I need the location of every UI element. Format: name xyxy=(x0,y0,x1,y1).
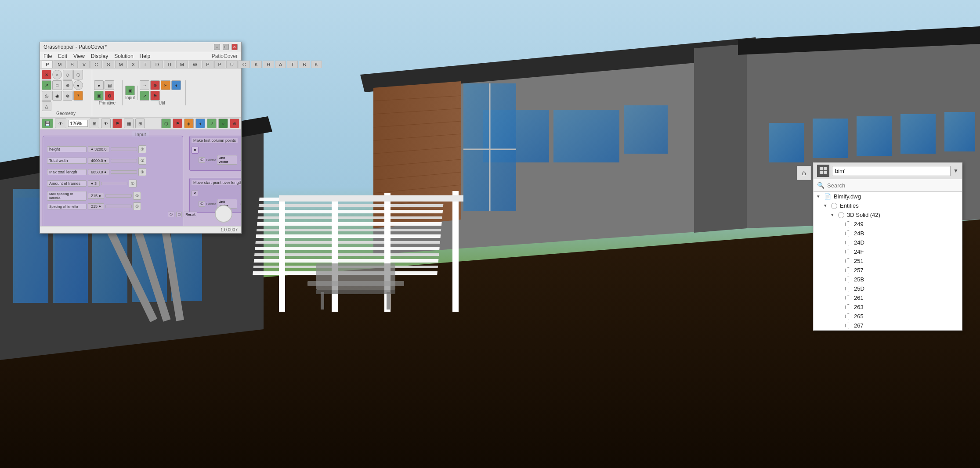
tab-c2[interactable]: C xyxy=(239,61,250,68)
solid3d-item[interactable]: ▾ 3D Solid (42) xyxy=(814,210,962,220)
tab-k2[interactable]: K xyxy=(311,61,322,68)
menu-help[interactable]: Help xyxy=(140,53,151,59)
item-267[interactable]: 267 xyxy=(814,321,962,330)
tab-w[interactable]: W xyxy=(189,61,201,68)
unit-vector-node[interactable]: Unit vector xyxy=(217,155,237,165)
home-icon-button[interactable]: ⌂ xyxy=(797,166,811,180)
item-25d[interactable]: 25D xyxy=(814,284,962,293)
tool-btn-10[interactable]: ◉ xyxy=(52,91,62,101)
util-btn-4[interactable]: ♦ xyxy=(171,80,181,90)
tab-x[interactable]: X xyxy=(128,61,139,68)
tab-d2[interactable]: D xyxy=(164,61,175,68)
tab-t2[interactable]: T xyxy=(287,61,298,68)
tool-btn-12[interactable]: 7 xyxy=(73,91,83,101)
tool-btn-1[interactable]: ✕ xyxy=(42,70,51,79)
menu-file[interactable]: File xyxy=(43,53,52,59)
item-24f[interactable]: 24F xyxy=(814,247,962,256)
tab-s[interactable]: S xyxy=(67,61,78,68)
menu-display[interactable]: Display xyxy=(91,53,108,59)
item-263[interactable]: 263 xyxy=(814,302,962,312)
height-slider[interactable]: height ● 3200.0 ① xyxy=(47,145,146,153)
input-btn-1[interactable]: ▣ xyxy=(125,86,135,95)
tab-p3[interactable]: P xyxy=(214,61,225,68)
gh-btn-b[interactable]: ⚑ xyxy=(173,119,182,128)
gh-btn-c[interactable]: ◈ xyxy=(184,119,194,128)
prim-btn-4[interactable]: ⚙ xyxy=(105,91,114,101)
tab-v[interactable]: V xyxy=(79,61,90,68)
total-width-btn[interactable]: ① xyxy=(138,157,146,165)
tool-btn-8[interactable]: ● xyxy=(73,80,83,90)
tab-p[interactable]: P xyxy=(42,61,53,68)
preview-btn[interactable]: 👁 xyxy=(55,119,66,128)
frames-btn[interactable]: ① xyxy=(129,180,137,187)
spacing-slider[interactable]: Spacing of lamella 215 ● ① xyxy=(47,202,141,210)
prim-btn-3[interactable]: ▣ xyxy=(94,91,104,101)
grasshopper-canvas[interactable]: Input height ● 3200.0 ① Total width 4000… xyxy=(40,130,241,226)
util-btn-1[interactable]: → xyxy=(140,80,149,90)
lower-node-1[interactable]: ✕ xyxy=(192,191,198,196)
total-width-slider[interactable]: Total width 4000.0 ● ① xyxy=(47,157,146,165)
large-circle-node[interactable] xyxy=(215,205,232,223)
zoom-input[interactable]: 126% xyxy=(68,120,88,127)
result-node-1[interactable]: ① xyxy=(168,212,174,217)
tool-btn-2[interactable]: ○ xyxy=(52,70,62,79)
tab-p2[interactable]: P xyxy=(202,61,213,68)
close-button[interactable]: ✕ xyxy=(231,44,238,50)
save-btn[interactable]: 💾 xyxy=(42,119,53,128)
entities-item[interactable]: ▾ Entities xyxy=(814,201,962,210)
item-251[interactable]: 251 xyxy=(814,256,962,266)
tab-b[interactable]: B xyxy=(299,61,310,68)
result-node-2[interactable]: □ xyxy=(176,212,182,217)
make-column-btn[interactable]: Make first column points xyxy=(192,138,238,143)
tool-btn-3[interactable]: ◇ xyxy=(63,70,72,79)
layout-btn[interactable]: ▦ xyxy=(124,119,134,128)
tool-btn-7[interactable]: ⊕ xyxy=(63,80,72,90)
max-length-slider[interactable]: Max total length 6850.0 ● ① xyxy=(47,168,146,176)
util-btn-5[interactable]: ↗ xyxy=(140,91,149,101)
color-btn[interactable]: ⚑ xyxy=(112,119,122,128)
spacing-btn[interactable]: ① xyxy=(133,202,141,210)
search-input[interactable] xyxy=(827,182,958,189)
tab-m[interactable]: M xyxy=(54,61,65,68)
item-257[interactable]: 257 xyxy=(814,266,962,275)
tool-btn-5[interactable]: ↗ xyxy=(42,80,51,90)
gh-btn-d[interactable]: ♦ xyxy=(195,119,205,128)
menu-view[interactable]: View xyxy=(73,53,85,59)
tool-btn-13[interactable]: △ xyxy=(42,101,51,111)
grid-btn[interactable]: ⊞ xyxy=(135,119,145,128)
item-261[interactable]: 261 xyxy=(814,293,962,302)
max-spacing-btn[interactable]: ① xyxy=(133,192,141,200)
item-24b[interactable]: 24B xyxy=(814,229,962,238)
tab-c[interactable]: C xyxy=(90,61,102,68)
tool-btn-9[interactable]: ◎ xyxy=(42,91,51,101)
move-start-btn[interactable]: Move start point over length xyxy=(192,180,241,185)
gh-btn-f[interactable]: ○ xyxy=(218,119,228,128)
select-btn[interactable]: ⊞ xyxy=(90,119,99,128)
gh-btn-g[interactable]: ⊕ xyxy=(230,119,239,128)
item-25b[interactable]: 25B xyxy=(814,275,962,284)
tab-h[interactable]: H xyxy=(263,61,274,68)
tab-m2[interactable]: M xyxy=(115,61,127,68)
tab-a[interactable]: A xyxy=(275,61,286,68)
tab-k[interactable]: K xyxy=(251,61,262,68)
item-24d[interactable]: 24D xyxy=(814,238,962,247)
frames-slider[interactable]: Amount of frames ● 3 ① xyxy=(47,180,137,187)
tab-s2[interactable]: S xyxy=(103,61,114,68)
max-length-btn[interactable]: ① xyxy=(138,168,146,176)
tab-m3[interactable]: M xyxy=(176,61,188,68)
tab-t[interactable]: T xyxy=(140,61,151,68)
prim-btn-2[interactable]: ▤ xyxy=(105,80,114,90)
util-btn-2[interactable]: ⊕ xyxy=(150,80,160,90)
menu-solution[interactable]: Solution xyxy=(114,53,133,59)
item-249[interactable]: 249 xyxy=(814,220,962,229)
menu-edit[interactable]: Edit xyxy=(58,53,67,59)
prim-btn-1[interactable]: ● xyxy=(94,80,104,90)
maximize-button[interactable]: □ xyxy=(223,44,229,50)
item-265[interactable]: 265 xyxy=(814,312,962,321)
lower-factor-btn[interactable]: ① xyxy=(199,201,205,207)
tool-btn-4[interactable]: ⬡ xyxy=(73,70,83,79)
tool-btn-6[interactable]: □ xyxy=(52,80,62,90)
tab-u[interactable]: U xyxy=(226,61,238,68)
max-spacing-slider[interactable]: Max spacing of lamella 215 ● ① xyxy=(47,191,141,201)
tool-btn-11[interactable]: ⊗ xyxy=(63,91,72,101)
